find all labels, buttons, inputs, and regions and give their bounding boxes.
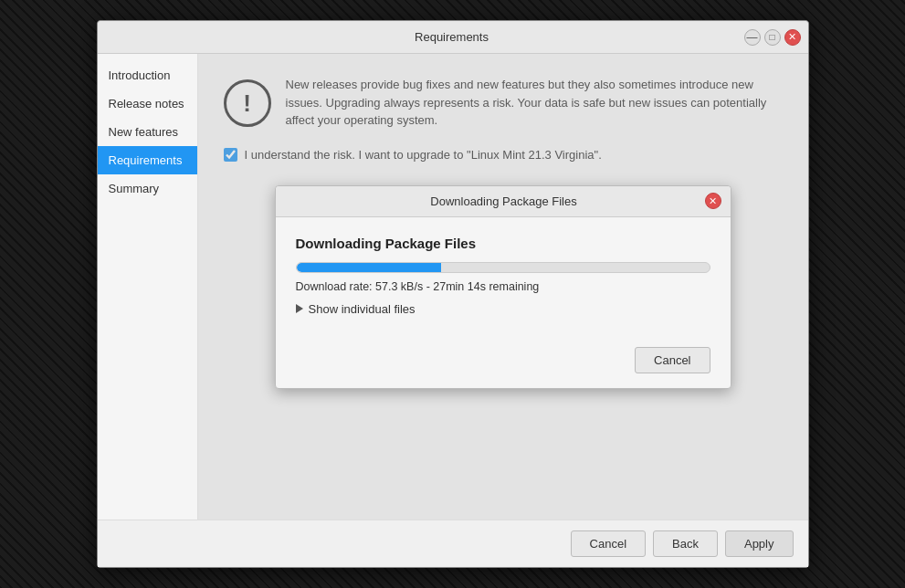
window-title: Requirements	[415, 30, 489, 44]
main-window: Requirements — □ ✕ Introduction Release …	[97, 20, 809, 568]
dialog-cancel-button[interactable]: Cancel	[635, 347, 710, 373]
main-content: ! New releases provide bug fixes and new…	[198, 54, 808, 520]
sidebar: Introduction Release notes New features …	[98, 54, 198, 520]
sidebar-item-summary[interactable]: Summary	[98, 174, 197, 203]
maximize-button[interactable]: □	[764, 29, 781, 46]
dialog-footer: Cancel	[276, 338, 731, 388]
back-button[interactable]: Back	[653, 530, 718, 557]
title-bar: Requirements — □ ✕	[98, 21, 808, 54]
sidebar-item-requirements[interactable]: Requirements	[98, 146, 197, 174]
window-controls: — □ ✕	[744, 29, 801, 46]
show-files-label: Show individual files	[309, 302, 416, 316]
show-files-row[interactable]: Show individual files	[296, 302, 710, 316]
apply-button[interactable]: Apply	[725, 530, 794, 557]
download-rate: Download rate: 57.3 kB/s - 27min 14s rem…	[296, 280, 710, 293]
dialog-overlay: Downloading Package Files ✕ Downloading …	[198, 54, 808, 520]
minimize-button[interactable]: —	[744, 29, 761, 46]
triangle-icon	[296, 304, 303, 313]
dialog-titlebar: Downloading Package Files ✕	[276, 186, 731, 217]
cancel-button[interactable]: Cancel	[571, 530, 646, 557]
sidebar-item-new-features[interactable]: New features	[98, 118, 197, 146]
window-body: Introduction Release notes New features …	[98, 54, 808, 520]
download-dialog: Downloading Package Files ✕ Downloading …	[275, 185, 731, 389]
dialog-body: Downloading Package Files Download rate:…	[276, 217, 731, 338]
dialog-close-button[interactable]: ✕	[705, 193, 721, 209]
progress-bar-fill	[297, 263, 441, 272]
close-button[interactable]: ✕	[784, 29, 801, 46]
progress-bar-track	[296, 262, 710, 273]
dialog-title: Downloading Package Files	[430, 194, 576, 208]
dialog-heading: Downloading Package Files	[296, 236, 710, 251]
window-footer: Cancel Back Apply	[98, 520, 808, 567]
sidebar-item-release-notes[interactable]: Release notes	[98, 89, 197, 118]
sidebar-item-introduction[interactable]: Introduction	[98, 61, 197, 89]
